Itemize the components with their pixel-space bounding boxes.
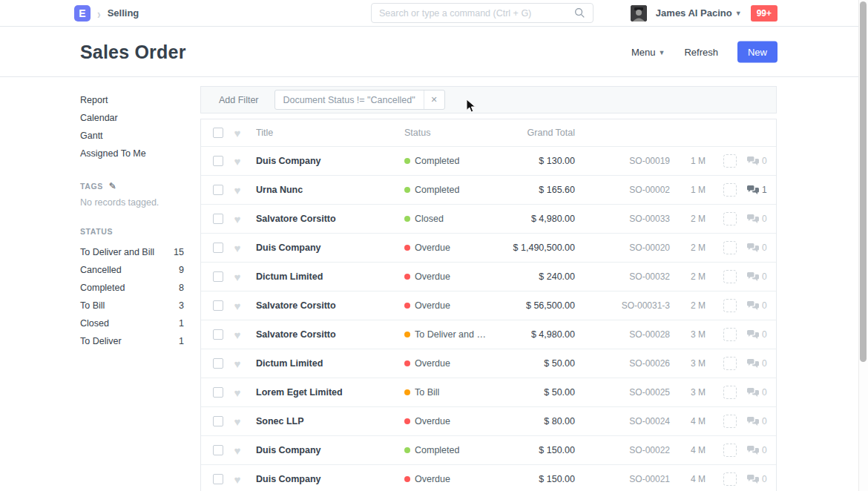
row-title[interactable]: Urna Nunc bbox=[256, 185, 404, 195]
assignee-placeholder[interactable] bbox=[723, 328, 737, 341]
assignee-placeholder[interactable] bbox=[723, 241, 737, 254]
sidebar-view-item[interactable]: Assigned To Me bbox=[80, 145, 184, 162]
breadcrumb[interactable]: Selling bbox=[108, 7, 139, 19]
row-checkbox[interactable] bbox=[213, 300, 223, 311]
assignee-placeholder[interactable] bbox=[723, 183, 737, 197]
row-id[interactable]: SO-00002 bbox=[575, 185, 670, 195]
assignee-placeholder[interactable] bbox=[723, 386, 737, 399]
table-row[interactable]: ♥ Urna Nunc Completed $ 165.60 SO-00002 … bbox=[201, 176, 776, 205]
row-id[interactable]: SO-00022 bbox=[575, 445, 670, 455]
refresh-button[interactable]: Refresh bbox=[684, 46, 718, 57]
assignee-placeholder[interactable] bbox=[723, 415, 737, 428]
row-checkbox[interactable] bbox=[213, 214, 223, 224]
like-icon[interactable]: ♥ bbox=[231, 387, 243, 398]
status-filter-item[interactable]: Closed 1 bbox=[80, 314, 184, 332]
row-title[interactable]: Duis Company bbox=[256, 445, 404, 455]
table-row[interactable]: ♥ Dictum Limited Overdue $ 240.00 SO-000… bbox=[201, 263, 776, 291]
table-row[interactable]: ♥ Sonec LLP Overdue $ 80.00 SO-00024 4 M bbox=[201, 407, 776, 436]
row-id[interactable]: SO-00028 bbox=[575, 329, 670, 340]
row-checkbox[interactable] bbox=[213, 358, 223, 369]
row-title[interactable]: Dictum Limited bbox=[256, 358, 404, 369]
search-input[interactable] bbox=[379, 8, 574, 19]
assignee-placeholder[interactable] bbox=[723, 357, 737, 370]
select-all-checkbox[interactable] bbox=[213, 128, 223, 138]
sidebar-view-item[interactable]: Gantt bbox=[80, 127, 184, 145]
row-id[interactable]: SO-00026 bbox=[575, 358, 670, 369]
table-row[interactable]: ♥ Duis Company Overdue $ 1,490,500.00 SO… bbox=[201, 234, 776, 263]
table-row[interactable]: ♥ Lorem Eget Limited To Bill $ 50.00 SO-… bbox=[201, 378, 776, 407]
assignee-placeholder[interactable] bbox=[723, 444, 737, 457]
row-checkbox[interactable] bbox=[213, 156, 223, 166]
status-filter-item[interactable]: Cancelled 9 bbox=[80, 261, 184, 279]
row-id[interactable]: SO-00033 bbox=[575, 214, 670, 224]
row-id[interactable]: SO-00021 bbox=[575, 474, 670, 484]
assignee-placeholder[interactable] bbox=[723, 472, 737, 486]
table-row[interactable]: ♥ Salvatore Corsitto To Deliver and Bill… bbox=[201, 320, 776, 349]
row-checkbox[interactable] bbox=[213, 445, 223, 455]
row-checkbox[interactable] bbox=[213, 243, 223, 253]
like-icon[interactable]: ♥ bbox=[231, 214, 243, 225]
add-filter-button[interactable]: Add Filter bbox=[219, 95, 259, 105]
menu-button[interactable]: Menu▼ bbox=[631, 46, 665, 57]
row-checkbox[interactable] bbox=[213, 271, 223, 282]
table-row[interactable]: ♥ Duis Company Completed $ 130.00 SO-000… bbox=[201, 147, 776, 176]
assignee-placeholder[interactable] bbox=[723, 154, 737, 168]
table-row[interactable]: ♥ Salvatore Corsitto Closed $ 4,980.00 S… bbox=[201, 205, 776, 234]
table-row[interactable]: ♥ Duis Company Overdue $ 150.00 SO-00021… bbox=[201, 465, 776, 491]
row-title[interactable]: Salvatore Corsitto bbox=[256, 214, 404, 224]
sidebar-view-item[interactable]: Report bbox=[80, 91, 184, 109]
table-row[interactable]: ♥ Duis Company Completed $ 150.00 SO-000… bbox=[201, 436, 776, 465]
status-filter-item[interactable]: To Deliver and Bill 15 bbox=[80, 243, 184, 261]
row-title[interactable]: Salvatore Corsitto bbox=[256, 300, 404, 311]
row-checkbox[interactable] bbox=[213, 185, 223, 195]
row-id[interactable]: SO-00031-3 bbox=[575, 300, 670, 311]
scrollbar-thumb[interactable] bbox=[860, 1, 867, 362]
row-title[interactable]: Sonec LLP bbox=[256, 416, 404, 426]
row-checkbox[interactable] bbox=[213, 416, 223, 426]
row-title[interactable]: Lorem Eget Limited bbox=[256, 387, 404, 398]
like-icon[interactable]: ♥ bbox=[231, 358, 243, 369]
row-checkbox[interactable] bbox=[213, 387, 223, 398]
row-id[interactable]: SO-00032 bbox=[575, 271, 670, 282]
edit-tags-icon[interactable]: ✎ bbox=[109, 181, 117, 191]
like-icon[interactable]: ♥ bbox=[231, 271, 243, 283]
like-filter-icon[interactable]: ♥ bbox=[231, 128, 243, 139]
row-id[interactable]: SO-00024 bbox=[575, 416, 670, 426]
row-id[interactable]: SO-00019 bbox=[575, 156, 670, 166]
row-title[interactable]: Duis Company bbox=[256, 474, 404, 484]
like-icon[interactable]: ♥ bbox=[231, 185, 243, 196]
table-row[interactable]: ♥ Dictum Limited Overdue $ 50.00 SO-0002… bbox=[201, 349, 776, 378]
user-avatar[interactable] bbox=[631, 5, 647, 22]
row-id[interactable]: SO-00020 bbox=[575, 243, 670, 253]
assignee-placeholder[interactable] bbox=[723, 270, 737, 283]
like-icon[interactable]: ♥ bbox=[231, 474, 243, 485]
like-icon[interactable]: ♥ bbox=[231, 445, 243, 456]
status-filter-item[interactable]: To Bill 3 bbox=[80, 297, 184, 314]
status-name: Completed bbox=[80, 279, 125, 297]
notifications-badge[interactable]: 99+ bbox=[751, 5, 777, 22]
assignee-placeholder[interactable] bbox=[723, 212, 737, 225]
sidebar-view-item[interactable]: Calendar bbox=[80, 109, 184, 127]
new-button[interactable]: New bbox=[737, 41, 777, 62]
row-title[interactable]: Dictum Limited bbox=[256, 271, 404, 282]
status-filter-item[interactable]: To Deliver 1 bbox=[80, 332, 184, 350]
remove-filter-icon[interactable]: ✕ bbox=[424, 90, 444, 109]
filter-text[interactable]: Document Status != "Cancelled" bbox=[275, 95, 424, 105]
row-checkbox[interactable] bbox=[213, 329, 223, 340]
like-icon[interactable]: ♥ bbox=[231, 416, 243, 427]
user-menu[interactable]: James Al Pacino▼ bbox=[656, 7, 742, 19]
status-filter-item[interactable]: Completed 8 bbox=[80, 279, 184, 297]
like-icon[interactable]: ♥ bbox=[231, 300, 243, 312]
row-id[interactable]: SO-00025 bbox=[575, 387, 670, 398]
active-filter-pill[interactable]: Document Status != "Cancelled" ✕ bbox=[274, 90, 445, 110]
row-checkbox[interactable] bbox=[213, 474, 223, 484]
like-icon[interactable]: ♥ bbox=[231, 243, 243, 254]
assignee-placeholder[interactable] bbox=[723, 299, 737, 312]
row-title[interactable]: Duis Company bbox=[256, 243, 404, 253]
like-icon[interactable]: ♥ bbox=[231, 156, 243, 167]
app-logo[interactable]: E bbox=[74, 5, 91, 22]
table-row[interactable]: ♥ Salvatore Corsitto Overdue $ 56,500.00… bbox=[201, 291, 776, 320]
row-title[interactable]: Duis Company bbox=[256, 156, 404, 166]
row-title[interactable]: Salvatore Corsitto bbox=[256, 329, 404, 340]
like-icon[interactable]: ♥ bbox=[231, 329, 243, 340]
